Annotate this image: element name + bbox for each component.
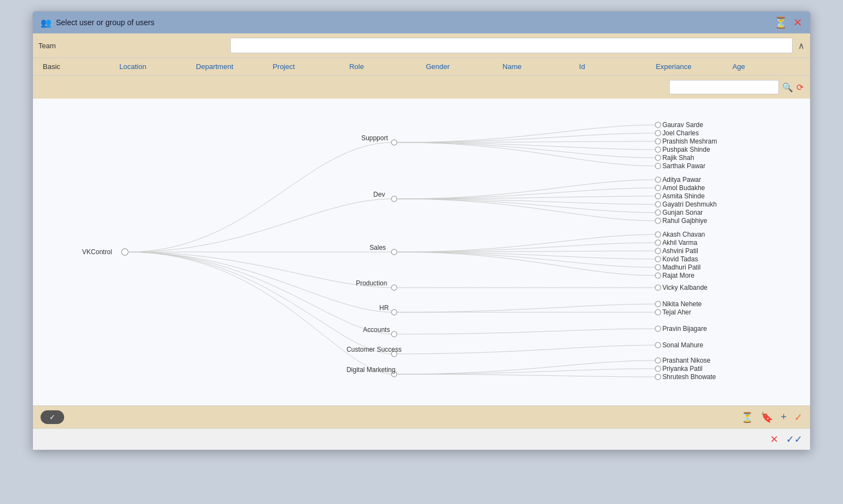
member-rajik-node[interactable] bbox=[655, 155, 660, 161]
dept-production-label: Production bbox=[356, 279, 387, 287]
member-sonal-label: Sonal Mahure bbox=[662, 341, 703, 349]
member-amol-node[interactable] bbox=[655, 185, 660, 191]
member-madhuri-label: Madhuri Patil bbox=[662, 264, 700, 271]
history-button[interactable]: ⏳ bbox=[741, 411, 753, 423]
add-button[interactable]: + bbox=[781, 411, 787, 423]
member-akash-label: Akash Chavan bbox=[662, 231, 705, 238]
member-aditya-label: Aditya Pawar bbox=[662, 176, 701, 184]
timer-button[interactable]: ⏳ bbox=[774, 16, 788, 29]
checkmark-button[interactable]: ✓ bbox=[794, 411, 802, 423]
confirm-check-icon: ✓ bbox=[49, 413, 55, 421]
dept-dev-node[interactable] bbox=[391, 196, 397, 202]
member-sonal-node[interactable] bbox=[655, 342, 660, 348]
dept-dev-label: Dev bbox=[373, 191, 385, 198]
col-gender[interactable]: Gender bbox=[421, 60, 498, 73]
dept-support-node[interactable] bbox=[391, 140, 397, 145]
member-gayatri-label: Gayatri Deshmukh bbox=[662, 201, 716, 208]
footer-ok-button[interactable]: ✓✓ bbox=[786, 433, 802, 445]
tree-svg: VKControl Suppport Dev Sales Production … bbox=[33, 99, 810, 405]
footer-bar: ✕ ✓✓ bbox=[33, 428, 810, 450]
member-nikita-label: Nikita Nehete bbox=[662, 300, 702, 308]
member-rajat-label: Rajat More bbox=[662, 272, 694, 279]
member-rajat-node[interactable] bbox=[655, 273, 660, 278]
col-project[interactable]: Project bbox=[268, 60, 345, 73]
member-pushpak-node[interactable] bbox=[655, 147, 660, 152]
dept-accounts-label: Accounts bbox=[363, 326, 390, 334]
bookmark-button[interactable]: 🔖 bbox=[761, 411, 773, 423]
member-prashant-node[interactable] bbox=[655, 358, 660, 363]
member-tejal-node[interactable] bbox=[655, 310, 660, 315]
member-rahul-label: Rahul Gajbhiye bbox=[662, 217, 707, 225]
member-gaurav-label: Gaurav Sarde bbox=[662, 121, 703, 129]
member-nikita-node[interactable] bbox=[655, 301, 660, 307]
member-prashish-label: Prashish Meshram bbox=[662, 138, 717, 145]
dept-support-label: Suppport bbox=[361, 134, 388, 142]
member-madhuri-node[interactable] bbox=[655, 265, 660, 270]
col-id[interactable]: Id bbox=[575, 60, 652, 73]
member-tejal-label: Tejal Aher bbox=[662, 308, 691, 316]
member-gunjan-node[interactable] bbox=[655, 210, 660, 215]
member-pushpak-label: Pushpak Shinde bbox=[662, 146, 710, 153]
dept-hr-label: HR bbox=[379, 304, 389, 312]
search-input[interactable] bbox=[669, 80, 779, 94]
dept-dm-label: Digital Marketing bbox=[346, 366, 395, 374]
confirm-button[interactable]: ✓ bbox=[41, 410, 64, 424]
dept-production-node[interactable] bbox=[391, 285, 397, 290]
dept-accounts-node[interactable] bbox=[391, 331, 397, 337]
member-shrutesh-label: Shrutesh Bhowate bbox=[662, 373, 716, 381]
member-vicky-node[interactable] bbox=[655, 285, 660, 290]
member-joel-node[interactable] bbox=[655, 130, 660, 136]
member-prashant-label: Prashant Nikose bbox=[662, 357, 710, 364]
member-rajik-label: Rajik Shah bbox=[662, 154, 694, 162]
dialog-title: Select user or group of users bbox=[56, 18, 155, 27]
member-kovid-node[interactable] bbox=[655, 256, 660, 262]
member-ashvini-label: Ashvini Patil bbox=[662, 247, 698, 255]
member-rahul-node[interactable] bbox=[655, 218, 660, 224]
member-priyanka-label: Priyanka Patil bbox=[662, 365, 702, 373]
root-node[interactable] bbox=[122, 249, 128, 255]
member-gayatri-node[interactable] bbox=[655, 202, 660, 207]
col-department[interactable]: Department bbox=[192, 60, 269, 73]
member-vicky-label: Vicky Kalbande bbox=[662, 284, 708, 291]
collapse-button[interactable]: ∧ bbox=[798, 41, 805, 51]
member-prashish-node[interactable] bbox=[655, 139, 660, 144]
tree-area: VKControl Suppport Dev Sales Production … bbox=[33, 99, 810, 405]
member-shrutesh-node[interactable] bbox=[655, 374, 660, 380]
bottom-bar: ✓ ⏳ 🔖 + ✓ bbox=[33, 405, 810, 428]
footer-cancel-button[interactable]: ✕ bbox=[770, 433, 778, 445]
member-ashvini-node[interactable] bbox=[655, 248, 660, 254]
dept-sales-node[interactable] bbox=[391, 249, 397, 255]
name-input[interactable] bbox=[230, 38, 793, 53]
filter-bar: Team ∧ Basic Location Department Project… bbox=[33, 33, 810, 99]
member-asmita-label: Asmita Shinde bbox=[662, 192, 705, 200]
member-asmita-node[interactable] bbox=[655, 193, 660, 199]
member-akash-node[interactable] bbox=[655, 232, 660, 237]
member-gunjan-label: Gunjan Sonar bbox=[662, 209, 703, 216]
dept-sales-label: Sales bbox=[369, 244, 386, 251]
member-akhil-node[interactable] bbox=[655, 240, 660, 245]
col-role[interactable]: Role bbox=[345, 60, 421, 73]
dept-hr-node[interactable] bbox=[391, 310, 397, 315]
root-label: VKControl bbox=[82, 248, 112, 256]
search-button[interactable]: 🔍 bbox=[782, 82, 793, 93]
col-name[interactable]: Name bbox=[498, 60, 575, 73]
refresh-button[interactable]: ⟳ bbox=[796, 82, 804, 93]
member-pravin-node[interactable] bbox=[655, 326, 660, 331]
member-pravin-label: Pravin Bijagare bbox=[662, 325, 707, 333]
dept-cs-label: Customer Success bbox=[346, 346, 402, 353]
close-button[interactable]: ✕ bbox=[793, 16, 802, 29]
member-akhil-label: Akhil Varma bbox=[662, 239, 697, 247]
member-sarthak-label: Sarthak Pawar bbox=[662, 162, 705, 170]
col-age[interactable]: Age bbox=[728, 60, 805, 73]
title-bar: 👥 Select user or group of users ⏳ ✕ bbox=[33, 12, 810, 33]
col-basic[interactable]: Basic bbox=[38, 60, 115, 73]
col-experiance[interactable]: Experiance bbox=[651, 60, 728, 73]
member-priyanka-node[interactable] bbox=[655, 366, 660, 371]
col-location[interactable]: Location bbox=[115, 60, 192, 73]
member-sarthak-node[interactable] bbox=[655, 163, 660, 169]
team-label: Team bbox=[38, 42, 225, 50]
member-gaurav-node[interactable] bbox=[655, 122, 660, 128]
member-aditya-node[interactable] bbox=[655, 177, 660, 182]
filter-columns: Basic Location Department Project Role G… bbox=[33, 58, 810, 76]
member-joel-label: Joel Charles bbox=[662, 129, 699, 137]
